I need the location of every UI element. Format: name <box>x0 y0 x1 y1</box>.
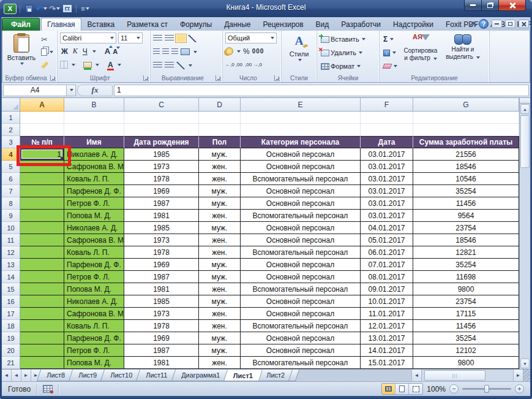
cell-B19[interactable]: Парфенов Д. Ф. <box>64 332 124 344</box>
chevron-down-icon[interactable] <box>237 50 241 53</box>
cell-C5[interactable]: 1973 <box>124 161 199 173</box>
table-header-cell[interactable]: Сумма заработной платы <box>413 136 519 148</box>
format-cells-button[interactable]: Формат <box>320 61 377 72</box>
cell-E10[interactable]: Основной персонал <box>241 222 361 234</box>
cell-G5[interactable]: 18546 <box>413 161 519 173</box>
cell-F15[interactable]: 09.01.2017 <box>361 283 413 295</box>
cell-G17[interactable]: 17115 <box>413 308 519 320</box>
cell-B11[interactable]: Сафронова В. М. <box>64 234 124 246</box>
cell-D4[interactable]: муж. <box>199 148 241 161</box>
italic-button[interactable]: К <box>72 46 79 56</box>
sheet-tab[interactable]: Лист1 <box>223 370 263 381</box>
sheet-tab[interactable]: Лист11 <box>136 370 178 381</box>
cell-empty[interactable] <box>20 112 64 124</box>
cell-C20[interactable]: 1987 <box>124 344 199 357</box>
row-header-2[interactable]: 2 <box>2 124 20 136</box>
cell-G15[interactable]: 9800 <box>413 283 519 295</box>
cell-empty[interactable] <box>64 112 124 124</box>
cell-B15[interactable]: Попова М. Д. <box>64 283 124 295</box>
merge-center-icon[interactable] <box>181 48 190 55</box>
cell-C10[interactable]: 1985 <box>124 222 199 234</box>
h-scroll-thumb[interactable]: ||| <box>424 370 485 381</box>
resize-grip[interactable] <box>523 370 530 381</box>
clear-button[interactable] <box>382 61 399 72</box>
help-button[interactable]: ? <box>479 19 489 29</box>
cell-A9[interactable] <box>20 210 64 222</box>
fill-button[interactable]: ↓ <box>382 47 399 58</box>
column-header[interactable]: C <box>124 98 199 112</box>
ribbon-tab[interactable]: Файл <box>2 18 40 31</box>
column-header[interactable]: E <box>241 98 361 112</box>
name-box[interactable]: A4 <box>3 85 67 96</box>
chevron-down-icon[interactable] <box>72 64 75 66</box>
cell-F8[interactable]: 03.01.2017 <box>361 197 413 210</box>
cell-C6[interactable]: 1978 <box>124 173 199 185</box>
restore-button[interactable] <box>482 0 498 11</box>
cell-F9[interactable]: 03.01.2017 <box>361 210 413 222</box>
cell-C21[interactable]: 1981 <box>124 357 199 369</box>
cell-C8[interactable]: 1987 <box>124 197 199 210</box>
alignment-dialog-launcher[interactable] <box>215 75 221 81</box>
excel-logo-icon[interactable]: X <box>4 3 17 14</box>
cell-C16[interactable]: 1985 <box>124 295 199 308</box>
wrap-text-icon[interactable] <box>176 62 185 69</box>
cell-D17[interactable]: жен. <box>199 308 241 320</box>
row-header-15[interactable]: 15 <box>2 283 20 295</box>
cell-E21[interactable]: Вспомогательный персонал <box>241 357 361 369</box>
orientation-icon[interactable] <box>188 35 197 42</box>
cell-D11[interactable]: жен. <box>199 234 241 246</box>
cell-B10[interactable]: Николаев А. Д. <box>64 222 124 234</box>
font-color-button[interactable]: А <box>107 61 114 69</box>
grow-font-button[interactable]: А <box>105 47 110 56</box>
cell-empty[interactable] <box>241 124 361 136</box>
cell-D18[interactable]: жен. <box>199 320 241 332</box>
cell-B16[interactable]: Николаев А. Д. <box>64 295 124 308</box>
delete-cells-button[interactable]: Удалить <box>320 47 377 58</box>
cell-E6[interactable]: Вспомогательный персонал <box>241 173 361 185</box>
cell-C15[interactable]: 1981 <box>124 283 199 295</box>
cell-empty[interactable] <box>124 112 199 124</box>
chevron-down-icon[interactable] <box>92 50 96 53</box>
chevron-down-icon[interactable] <box>118 64 121 66</box>
cell-E8[interactable]: Основной персонал <box>241 197 361 210</box>
cell-A18[interactable] <box>20 320 64 332</box>
cell-F21[interactable]: 15.01.2017 <box>361 357 413 369</box>
table-header-cell[interactable]: Дата рождения <box>124 136 199 148</box>
decrease-indent-icon[interactable] <box>153 62 162 69</box>
cell-E14[interactable]: Основной персонал <box>241 271 361 283</box>
row-header-14[interactable]: 14 <box>2 271 20 283</box>
cell-C18[interactable]: 1978 <box>124 320 199 332</box>
cell-G18[interactable]: 11456 <box>413 320 519 332</box>
comma-style-button[interactable]: 000 <box>252 48 264 55</box>
ribbon-tab[interactable]: Формулы <box>174 18 218 31</box>
cell-A6[interactable] <box>20 173 64 185</box>
cell-empty[interactable] <box>413 124 519 136</box>
undo-dropdown-icon[interactable] <box>43 7 47 10</box>
cell-D12[interactable]: жен. <box>199 246 241 259</box>
scroll-down-button[interactable]: ▼ <box>520 359 530 368</box>
cell-B7[interactable]: Парфенов Д. Ф. <box>64 185 124 197</box>
ribbon-tab[interactable]: Надстройки <box>387 18 440 31</box>
row-header-16[interactable]: 16 <box>2 295 20 308</box>
cell-F11[interactable]: 05.01.2017 <box>361 234 413 246</box>
scroll-up-button[interactable]: ▲ <box>520 104 530 114</box>
cell-E17[interactable]: Основной персонал <box>241 308 361 320</box>
h-scroll-track[interactable]: ||| <box>421 370 513 381</box>
percent-style-button[interactable]: % <box>243 47 250 56</box>
row-header-12[interactable]: 12 <box>2 246 20 259</box>
cell-empty[interactable] <box>199 124 241 136</box>
cell-empty[interactable] <box>361 112 413 124</box>
cell-F13[interactable]: 07.01.2017 <box>361 259 413 271</box>
cell-D9[interactable]: жен. <box>199 210 241 222</box>
cell-G7[interactable]: 35254 <box>413 185 519 197</box>
row-header-8[interactable]: 8 <box>2 197 20 210</box>
horizontal-scrollbar[interactable]: ◄ ||| ► <box>411 370 530 381</box>
align-top-icon[interactable] <box>153 35 162 42</box>
column-header[interactable]: D <box>199 98 241 112</box>
row-header-17[interactable]: 17 <box>2 308 20 320</box>
styles-button[interactable]: A Стили <box>285 32 314 74</box>
cell-G8[interactable]: 11456 <box>413 197 519 210</box>
find-select-button[interactable]: Найти и выделить <box>443 32 483 74</box>
cell-B8[interactable]: Петров Ф. Л. <box>64 197 124 210</box>
cell-D8[interactable]: муж. <box>199 197 241 210</box>
